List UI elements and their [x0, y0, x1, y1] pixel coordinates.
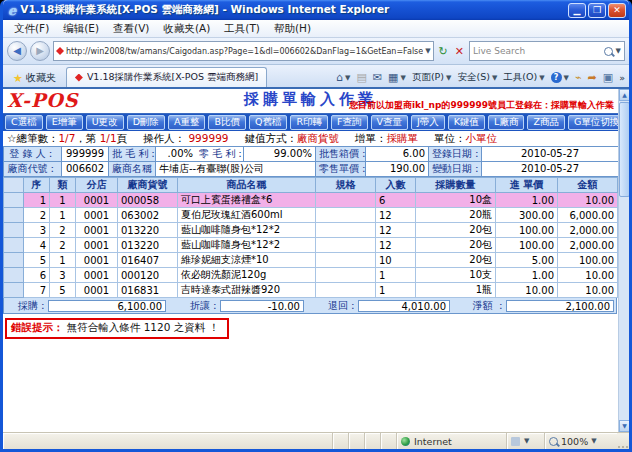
- send-to-icon[interactable]: ➦: [588, 71, 597, 84]
- batch-margin-field[interactable]: .00%: [156, 147, 196, 162]
- toolbar-button[interactable]: Q舊檔: [249, 115, 287, 130]
- menu-item[interactable]: 收藏夹(A): [156, 21, 217, 37]
- page-count-label: ，第: [75, 132, 99, 144]
- screenshot-tool-icon[interactable]: ▣: [603, 71, 613, 84]
- table-row[interactable]: 420001013220藍山咖啡隨身包*12*21220包100.002,000…: [4, 238, 618, 253]
- purchase-items-table: 序類分店廠商貨號商品名稱規格入數採購數量進 單價金額 110001000058可…: [3, 177, 618, 298]
- ie-logo-icon: e: [8, 3, 16, 18]
- protected-mode-icon: [511, 437, 520, 446]
- table-header-cell: 規格: [316, 178, 376, 193]
- back-button[interactable]: ◀: [7, 41, 27, 61]
- read-mail-button[interactable]: ✉: [373, 71, 382, 84]
- row-selector-cell[interactable]: [4, 253, 24, 268]
- table-row[interactable]: 510001016407維珍妮細支涼煙*101020包5.00100.00: [4, 253, 618, 268]
- table-cell: 0001: [76, 253, 118, 268]
- safety-menu-button[interactable]: 安全(S)▼: [457, 71, 497, 84]
- retail-margin-field[interactable]: 99.00%: [244, 147, 316, 162]
- toolbar-button[interactable]: V查量: [371, 115, 409, 130]
- help-button[interactable]: ?▼: [551, 72, 569, 83]
- menu-item[interactable]: 文件(F): [7, 21, 56, 37]
- address-dropdown-button[interactable]: ▼: [425, 47, 430, 55]
- table-cell: 000058: [118, 193, 178, 208]
- retail-price-field[interactable]: 190.00: [366, 162, 429, 177]
- row-selector-cell[interactable]: [4, 268, 24, 283]
- row-selector-cell[interactable]: [4, 238, 24, 253]
- forward-button[interactable]: ▶: [30, 41, 50, 61]
- table-cell: 1.00: [496, 193, 558, 208]
- search-input[interactable]: Live Search ▼: [469, 41, 625, 61]
- home-button[interactable]: ⌂▼: [336, 71, 350, 84]
- toolbar-button[interactable]: F查詢: [331, 115, 367, 130]
- address-input[interactable]: http://win2008/tw/amans/Caigodan.asp?Pag…: [53, 41, 434, 61]
- protected-mode-button[interactable]: ▼: [507, 433, 545, 449]
- menu-item[interactable]: 编辑(E): [56, 21, 106, 37]
- overflow-chevron[interactable]: »: [619, 72, 625, 83]
- toolbar-button[interactable]: G單位切換: [568, 115, 625, 130]
- table-cell: 1: [50, 253, 76, 268]
- feed-button[interactable]: ▤: [356, 71, 366, 84]
- home-icon: ⌂: [336, 71, 343, 84]
- login-date-field[interactable]: 2010-05-27: [482, 147, 618, 162]
- row-selector-cell[interactable]: [4, 283, 24, 298]
- toolbar-button[interactable]: L廠商: [488, 115, 524, 130]
- table-row[interactable]: 320001013220藍山咖啡隨身包*12*21220包100.002,000…: [4, 223, 618, 238]
- box-price-field[interactable]: 6.00: [366, 147, 429, 162]
- table-row[interactable]: 210001063002夏伯尼玫瑰紅酒600ml1220瓶300.006,000…: [4, 208, 618, 223]
- search-placeholder: Live Search: [473, 46, 601, 56]
- toolbar-button[interactable]: Z商品: [527, 115, 565, 130]
- login-person-field[interactable]: 999999: [62, 147, 109, 162]
- address-bar: ◀ ▶ http://win2008/tw/amans/Caigodan.asp…: [3, 38, 629, 65]
- toolbar-button[interactable]: K鍵值: [448, 115, 485, 130]
- table-cell: 10.00: [558, 283, 618, 298]
- scrollbar-thumb[interactable]: [619, 102, 629, 197]
- table-row[interactable]: 750001016831吉時達泰式甜辣醬92011瓶10.0010.00: [4, 283, 618, 298]
- toolbar-button[interactable]: J帶入: [411, 115, 445, 130]
- table-cell: 1: [24, 193, 50, 208]
- table-cell: 可口上賓蛋捲禮盒*6: [178, 193, 316, 208]
- toolbar-button[interactable]: E增筆: [46, 115, 83, 130]
- browser-tab[interactable]: V1.18採購作業系統[X-POS 雲端商務網]: [66, 67, 267, 87]
- table-row[interactable]: 110001000058可口上賓蛋捲禮盒*6610盒1.0010.00: [4, 193, 618, 208]
- table-header-cell: 商品名稱: [178, 178, 316, 193]
- toolbar-button[interactable]: C選檔: [5, 115, 43, 130]
- toolbar-button[interactable]: D刪除: [127, 115, 165, 130]
- table-cell: 維珍妮細支涼煙*10: [178, 253, 316, 268]
- refresh-button[interactable]: ↻: [437, 45, 450, 58]
- scrollbar-down-button[interactable]: ▼: [619, 420, 629, 432]
- toolbar-button[interactable]: A重整: [168, 115, 206, 130]
- menu-item[interactable]: 帮助(H): [267, 21, 318, 37]
- status-cell-4: [381, 433, 397, 449]
- row-selector-cell[interactable]: [4, 223, 24, 238]
- toolbar-button[interactable]: B比價: [208, 115, 246, 130]
- retail-margin-label: 零 毛 利：: [196, 147, 244, 162]
- content-scrollbar[interactable]: ▲ ▼: [618, 89, 629, 432]
- menu-item[interactable]: 工具(T): [217, 21, 267, 37]
- table-row[interactable]: 630001000120依必朗洗顏泥120g110支1.0010.00: [4, 268, 618, 283]
- toolbar-button[interactable]: R印轉: [290, 115, 328, 130]
- stop-button[interactable]: ✕: [453, 45, 466, 58]
- change-date-field[interactable]: 2010-05-27: [482, 162, 618, 177]
- login-notice: 您目前以加盟商ikl_np的999999號員工登錄在：採購單輸入作業: [349, 99, 614, 112]
- table-cell: 5.00: [496, 253, 558, 268]
- page-menu-button[interactable]: 页面(P)▼: [412, 71, 452, 84]
- maximize-button[interactable]: ❒: [588, 3, 606, 18]
- window-title: V1.18採購作業系統[X-POS 雲端商務網] - Windows Inter…: [20, 3, 566, 17]
- scrollbar-up-button[interactable]: ▲: [619, 89, 629, 101]
- close-button[interactable]: ✕: [608, 3, 626, 18]
- zoom-control[interactable]: 100% ▼: [545, 433, 617, 449]
- toolbar-button[interactable]: U更改: [86, 115, 124, 130]
- tools-menu-button[interactable]: 工具(O)▼: [503, 71, 544, 84]
- favorites-button[interactable]: ★ 收藏夹: [7, 69, 62, 87]
- print-button[interactable]: ▦▼: [388, 71, 406, 84]
- quick-tool-icon[interactable]: ⌁: [575, 71, 582, 84]
- table-cell: 0001: [76, 193, 118, 208]
- vendor-name-field[interactable]: 牛埔店--有臺聯(股)公司: [156, 162, 316, 177]
- search-dropdown-button[interactable]: ▼: [616, 47, 621, 55]
- row-selector-cell[interactable]: [4, 193, 24, 208]
- login-person-label: 登 錄 人：: [4, 147, 62, 162]
- vendor-code-field[interactable]: 006602: [62, 162, 109, 177]
- resize-grip[interactable]: [617, 433, 629, 449]
- menu-item[interactable]: 查看(V): [106, 21, 156, 37]
- minimize-button[interactable]: ▁: [568, 3, 586, 18]
- row-selector-cell[interactable]: [4, 208, 24, 223]
